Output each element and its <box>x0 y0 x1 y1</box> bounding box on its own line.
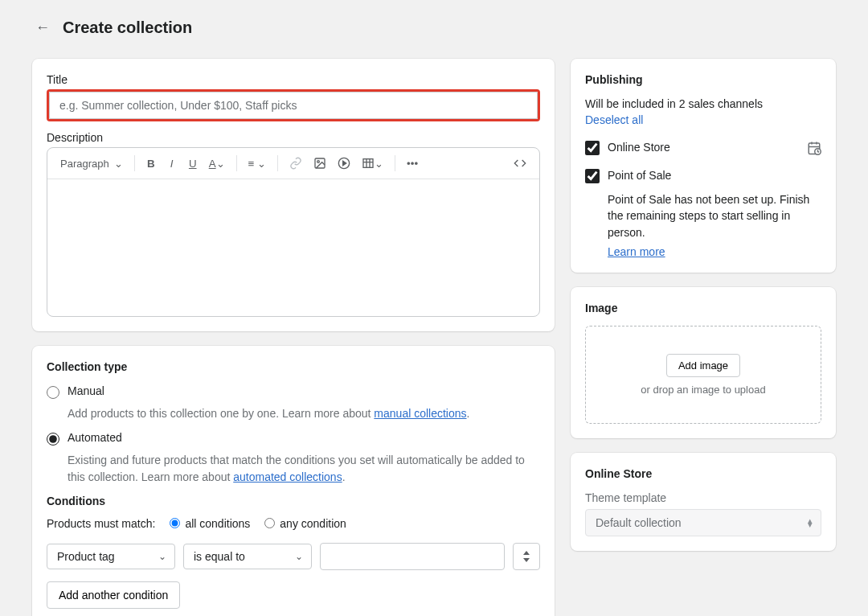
online-store-card: Online Store Theme template Default coll… <box>571 453 836 551</box>
chevron-down-icon: ⌄ <box>158 551 166 562</box>
page-title: Create collection <box>63 18 192 37</box>
automated-collections-link[interactable]: automated collections <box>233 470 342 483</box>
svg-marker-8 <box>523 551 530 555</box>
image-dropzone[interactable]: Add image or drop an image to upload <box>585 326 821 424</box>
publishing-subtitle: Will be included in 2 sales channels <box>585 97 821 110</box>
align-button[interactable]: ≡ ⌄ <box>244 153 271 174</box>
automated-label: Automated <box>68 431 122 444</box>
channel-online-store: Online Store <box>585 141 821 158</box>
separator <box>236 155 237 171</box>
rte-toolbar: Paragraph ⌄ B I U A ⌄ ≡ ⌄ <box>47 148 539 179</box>
description-label: Description <box>47 131 540 144</box>
collection-type-card: Collection type Manual Add products to t… <box>32 346 555 616</box>
separator <box>277 155 278 171</box>
manual-radio[interactable] <box>47 386 59 399</box>
pos-note: Point of Sale has not been set up. Finis… <box>608 191 821 240</box>
italic-button[interactable]: I <box>162 153 182 174</box>
add-image-button[interactable]: Add image <box>666 354 740 377</box>
automated-description: Existing and future products that match … <box>68 452 540 485</box>
condition-operator-select[interactable]: is equal to ⌄ <box>183 544 312 569</box>
underline-button[interactable]: U <box>183 153 203 174</box>
automated-radio[interactable] <box>47 433 59 446</box>
all-conditions-radio[interactable] <box>170 518 180 528</box>
add-condition-button[interactable]: Add another condition <box>47 581 180 609</box>
table-button[interactable]: ⌄ <box>357 153 388 174</box>
bold-button[interactable]: B <box>141 153 161 174</box>
publishing-card: Publishing Will be included in 2 sales c… <box>571 59 836 273</box>
chevron-down-icon: ⌄ <box>114 158 123 170</box>
link-button[interactable] <box>285 153 307 174</box>
svg-point-1 <box>317 161 320 163</box>
separator <box>395 155 395 171</box>
condition-row: Product tag ⌄ is equal to ⌄ <box>47 543 540 570</box>
back-button[interactable]: ← <box>32 16 53 39</box>
svg-marker-9 <box>523 558 530 562</box>
rich-text-editor: Paragraph ⌄ B I U A ⌄ ≡ ⌄ <box>47 147 540 317</box>
image-heading: Image <box>585 302 821 314</box>
point-of-sale-checkbox[interactable] <box>585 169 600 183</box>
text-color-button[interactable]: A ⌄ <box>204 153 230 174</box>
manual-description: Add products to this collection one by o… <box>68 405 540 421</box>
code-view-button[interactable] <box>509 153 531 174</box>
chevron-down-icon: ⌄ <box>295 551 303 562</box>
online-store-checkbox[interactable] <box>585 141 600 155</box>
description-editor[interactable] <box>47 179 539 316</box>
online-store-heading: Online Store <box>585 467 821 480</box>
channel-label: Online Store <box>608 141 670 154</box>
theme-template-label: Theme template <box>585 491 821 504</box>
condition-sort-button[interactable] <box>513 543 540 570</box>
all-conditions-label: all conditions <box>185 517 250 530</box>
svg-rect-4 <box>363 159 373 168</box>
title-input[interactable] <box>49 92 538 119</box>
image-button[interactable] <box>309 153 331 174</box>
image-card: Image Add image or drop an image to uplo… <box>571 287 836 438</box>
channel-label: Point of Sale <box>608 169 671 182</box>
drop-text: or drop an image to upload <box>596 384 811 396</box>
schedule-icon[interactable] <box>807 141 821 158</box>
format-selector[interactable]: Paragraph ⌄ <box>55 154 128 173</box>
manual-label: Manual <box>68 384 104 397</box>
updown-icon: ▴▾ <box>808 518 813 527</box>
title-highlight-box <box>47 89 540 121</box>
manual-collections-link[interactable]: manual collections <box>374 407 466 420</box>
match-label: Products must match: <box>47 517 155 530</box>
publishing-heading: Publishing <box>585 73 821 86</box>
learn-more-link[interactable]: Learn more <box>608 245 665 258</box>
deselect-all-link[interactable]: Deselect all <box>585 113 643 126</box>
theme-template-select[interactable]: Default collection ▴▾ <box>585 509 821 536</box>
any-condition-label: any condition <box>280 517 346 530</box>
channel-point-of-sale: Point of Sale <box>585 169 821 183</box>
title-label: Title <box>47 73 540 86</box>
condition-value-input[interactable] <box>320 543 505 570</box>
svg-marker-3 <box>343 161 346 165</box>
format-selector-label: Paragraph <box>60 158 109 170</box>
video-button[interactable] <box>333 153 355 174</box>
title-description-card: Title Description Paragraph ⌄ B I U <box>32 59 555 331</box>
any-condition-radio[interactable] <box>264 518 275 528</box>
condition-field-select[interactable]: Product tag ⌄ <box>47 544 175 569</box>
match-row: Products must match: all conditions any … <box>47 517 540 530</box>
collection-type-heading: Collection type <box>47 360 540 373</box>
more-button[interactable]: ••• <box>402 153 423 174</box>
conditions-heading: Conditions <box>47 495 540 507</box>
separator <box>134 155 135 171</box>
